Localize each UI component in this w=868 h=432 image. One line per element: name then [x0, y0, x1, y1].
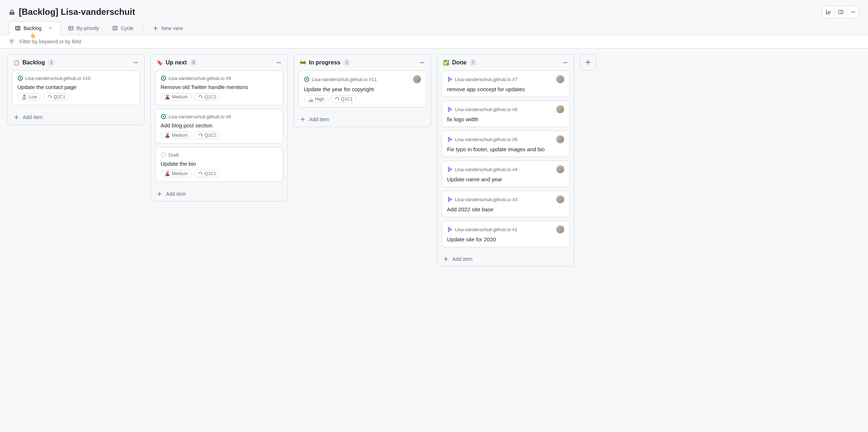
- add-item-button[interactable]: Add item: [151, 186, 288, 201]
- card[interactable]: Lisa-vanderschuit.github.io #10Update th…: [12, 71, 140, 105]
- repo-text: Lisa-vanderschuit.github.io #1: [455, 227, 518, 232]
- card-title: Update the year for copyright: [304, 86, 421, 92]
- status-icon: [447, 136, 453, 142]
- avatar[interactable]: [556, 105, 564, 113]
- card-labels: 🏔️HighQ1C1: [304, 95, 421, 103]
- label-text: Q1C2: [204, 171, 216, 176]
- column-backlog: 📋Backlog1Lisa-vanderschuit.github.io #10…: [7, 54, 145, 125]
- label-pill[interactable]: Q1C1: [331, 95, 357, 103]
- column-count: 1: [343, 59, 350, 66]
- column-cards: Lisa-vanderschuit.github.io #9Remove old…: [151, 69, 288, 186]
- view-tabs: BacklogBy priorityCycleNew view: [0, 21, 868, 35]
- card-title: Update the bio: [161, 161, 278, 167]
- card-repo[interactable]: Lisa-vanderschuit.github.io #11: [304, 76, 377, 82]
- label-text: Low: [29, 94, 37, 99]
- card[interactable]: Lisa-vanderschuit.github.io #3Add 2022 s…: [442, 191, 570, 217]
- label-emoji-icon: 🏔️: [308, 96, 314, 102]
- filter-icon[interactable]: [9, 39, 14, 45]
- label-text: Medium: [172, 171, 188, 176]
- card-repo[interactable]: Draft: [161, 152, 179, 158]
- card-repo[interactable]: Lisa-vanderschuit.github.io #5: [447, 136, 518, 142]
- panel-toggle-button[interactable]: [834, 6, 847, 18]
- card-repo[interactable]: Lisa-vanderschuit.github.io #3: [447, 196, 518, 202]
- label-pill[interactable]: Q2C1: [43, 93, 69, 101]
- add-item-button[interactable]: Add item: [294, 112, 431, 127]
- status-icon: [304, 76, 310, 82]
- column-title: Backlog: [22, 59, 45, 66]
- tab-label: By priority: [77, 25, 99, 31]
- new-view-label: New view: [161, 25, 183, 31]
- card-title: Update site for 2020: [447, 236, 564, 242]
- status-icon: [447, 196, 453, 202]
- filter-input[interactable]: [20, 39, 859, 45]
- insights-button[interactable]: [822, 6, 834, 18]
- label-pill[interactable]: 🏝️Low: [17, 93, 41, 101]
- add-item-button[interactable]: Add item: [437, 251, 574, 266]
- column-title: In progress: [309, 59, 340, 66]
- card-title: Update name and year: [447, 176, 564, 182]
- column-menu-button[interactable]: [419, 60, 425, 65]
- card[interactable]: Lisa-vanderschuit.github.io #8Add blog p…: [155, 109, 283, 144]
- status-icon: [161, 114, 166, 119]
- column-menu-button[interactable]: [276, 60, 282, 65]
- card-repo[interactable]: Lisa-vanderschuit.github.io #4: [447, 166, 518, 172]
- repo-text: Lisa-vanderschuit.github.io #9: [169, 76, 231, 81]
- card[interactable]: Lisa-vanderschuit.github.io #1Update sit…: [442, 221, 570, 247]
- column-count: 7: [469, 59, 477, 66]
- card-title: Add 2022 site base: [447, 206, 564, 212]
- card[interactable]: Lisa-vanderschuit.github.io #4Update nam…: [442, 161, 570, 187]
- tab-menu-button[interactable]: [46, 25, 55, 31]
- label-pill[interactable]: 🏔️High: [304, 95, 328, 103]
- card-title: Fix typo in footer, update images and bi…: [447, 146, 564, 152]
- card-title: Remove old Twitter handle mentions: [161, 84, 278, 90]
- label-pill[interactable]: 🌋Medium: [161, 93, 192, 101]
- plus-icon: [153, 25, 158, 31]
- lock-icon: [9, 9, 15, 15]
- avatar[interactable]: [413, 75, 421, 83]
- add-item-button[interactable]: Add item: [8, 110, 144, 124]
- tab-by-priority[interactable]: By priority: [62, 22, 105, 35]
- card-title: fix logo width: [447, 116, 564, 122]
- plus-icon: [300, 117, 306, 122]
- repo-text: Lisa-vanderschuit.github.io #10: [25, 76, 90, 81]
- card[interactable]: Lisa-vanderschuit.github.io #7remove app…: [442, 71, 570, 97]
- card[interactable]: Lisa-vanderschuit.github.io #9Remove old…: [155, 71, 283, 105]
- card[interactable]: Lisa-vanderschuit.github.io #11Update th…: [298, 71, 426, 107]
- label-pill[interactable]: Q1C2: [194, 131, 220, 139]
- label-emoji-icon: 🌋: [165, 132, 170, 138]
- column-menu-button[interactable]: [133, 60, 139, 65]
- add-column-button[interactable]: [580, 54, 596, 70]
- label-pill[interactable]: Q1C2: [194, 93, 220, 101]
- avatar[interactable]: [556, 135, 564, 143]
- status-icon: [447, 226, 453, 232]
- card-repo[interactable]: Lisa-vanderschuit.github.io #8: [161, 114, 231, 119]
- column-emoji-icon: 📋: [13, 60, 20, 65]
- avatar[interactable]: [556, 165, 564, 173]
- card[interactable]: Lisa-vanderschuit.github.io #6fix logo w…: [442, 101, 570, 127]
- board: 📋Backlog1Lisa-vanderschuit.github.io #10…: [0, 48, 868, 423]
- card-repo[interactable]: Lisa-vanderschuit.github.io #1: [447, 226, 518, 232]
- tab-backlog[interactable]: Backlog: [9, 21, 61, 35]
- column-menu-button[interactable]: [562, 60, 568, 65]
- label-pill[interactable]: 🌋Medium: [161, 170, 192, 177]
- avatar[interactable]: [556, 195, 564, 203]
- card-repo[interactable]: Lisa-vanderschuit.github.io #10: [17, 75, 90, 81]
- new-view-button[interactable]: New view: [147, 22, 189, 35]
- card-repo[interactable]: Lisa-vanderschuit.github.io #9: [161, 75, 231, 81]
- card-repo[interactable]: Lisa-vanderschuit.github.io #7: [447, 76, 518, 82]
- column-count: 3: [190, 59, 197, 66]
- label-pill[interactable]: 🌋Medium: [161, 131, 192, 139]
- card[interactable]: Lisa-vanderschuit.github.io #5Fix typo i…: [442, 131, 570, 157]
- column-inprogress: 🚧In progress1Lisa-vanderschuit.github.io…: [294, 54, 431, 127]
- add-item-label: Add item: [166, 191, 186, 197]
- tab-label: Cycle: [121, 25, 133, 31]
- avatar[interactable]: [556, 75, 564, 83]
- tab-cycle[interactable]: Cycle: [106, 22, 139, 35]
- card[interactable]: DraftUpdate the bio🌋MediumQ1C2: [155, 147, 283, 182]
- label-pill[interactable]: Q1C2: [194, 170, 220, 177]
- more-menu-button[interactable]: [847, 6, 859, 18]
- card-repo[interactable]: Lisa-vanderschuit.github.io #6: [447, 106, 518, 112]
- avatar[interactable]: [556, 225, 564, 233]
- column-count: 1: [48, 59, 55, 66]
- column-title: Up next: [166, 59, 187, 66]
